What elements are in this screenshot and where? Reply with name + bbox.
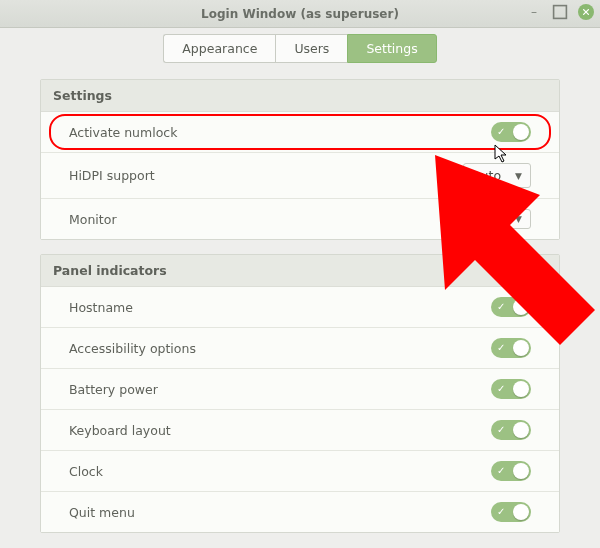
toggle-keyboard[interactable]: ✓	[491, 420, 531, 440]
row-label: Hostname	[69, 300, 133, 315]
toggle-knob	[513, 340, 529, 356]
toggle-accessibility[interactable]: ✓	[491, 338, 531, 358]
tab-appearance[interactable]: Appearance	[163, 34, 275, 63]
select-value: Auto	[472, 168, 501, 183]
row-battery: Battery power ✓	[41, 369, 559, 410]
check-icon: ✓	[497, 425, 505, 435]
panel-indicators-header: Panel indicators	[41, 255, 559, 287]
toggle-knob	[513, 299, 529, 315]
row-keyboard: Keyboard layout ✓	[41, 410, 559, 451]
row-quit: Quit menu ✓	[41, 492, 559, 532]
check-icon: ✓	[497, 343, 505, 353]
toggle-knob	[513, 422, 529, 438]
toggle-clock[interactable]: ✓	[491, 461, 531, 481]
toggle-knob	[513, 124, 529, 140]
row-label: Activate numlock	[69, 125, 177, 140]
row-accessibility: Accessibility options ✓	[41, 328, 559, 369]
check-icon: ✓	[497, 302, 505, 312]
row-hidpi-support: HiDPI support Auto ▼	[41, 153, 559, 199]
window-title: Login Window (as superuser)	[201, 7, 399, 21]
close-button[interactable]	[578, 4, 594, 20]
window-controls: –	[526, 4, 594, 20]
check-icon: ✓	[497, 507, 505, 517]
select-monitor[interactable]: ▼	[491, 209, 531, 229]
check-icon: ✓	[497, 466, 505, 476]
row-label: Monitor	[69, 212, 117, 227]
tab-settings[interactable]: Settings	[347, 34, 436, 63]
panel-settings-header: Settings	[41, 80, 559, 112]
maximize-button[interactable]	[552, 4, 568, 20]
row-label: Clock	[69, 464, 103, 479]
chevron-down-icon: ▼	[515, 171, 522, 181]
row-clock: Clock ✓	[41, 451, 559, 492]
panel-indicators: Panel indicators Hostname ✓ Accessibilit…	[40, 254, 560, 533]
minimize-button[interactable]: –	[526, 4, 542, 20]
check-icon: ✓	[497, 384, 505, 394]
row-label: Battery power	[69, 382, 158, 397]
panel-settings: Settings Activate numlock ✓ HiDPI suppor…	[40, 79, 560, 240]
row-label: Keyboard layout	[69, 423, 171, 438]
row-activate-numlock: Activate numlock ✓	[41, 112, 559, 153]
toggle-knob	[513, 381, 529, 397]
select-hidpi[interactable]: Auto ▼	[463, 163, 531, 188]
toggle-battery[interactable]: ✓	[491, 379, 531, 399]
tab-users[interactable]: Users	[275, 34, 347, 63]
toggle-quit[interactable]: ✓	[491, 502, 531, 522]
chevron-down-icon: ▼	[515, 214, 522, 224]
row-label: Quit menu	[69, 505, 135, 520]
svg-rect-0	[554, 6, 567, 19]
titlebar: Login Window (as superuser) –	[0, 0, 600, 28]
row-label: Accessibility options	[69, 341, 196, 356]
toggle-activate-numlock[interactable]: ✓	[491, 122, 531, 142]
toggle-hostname[interactable]: ✓	[491, 297, 531, 317]
content-area: Settings Activate numlock ✓ HiDPI suppor…	[0, 63, 600, 533]
row-monitor: Monitor ▼	[41, 199, 559, 239]
toggle-knob	[513, 504, 529, 520]
tab-bar: Appearance Users Settings	[0, 34, 600, 63]
toggle-knob	[513, 463, 529, 479]
row-hostname: Hostname ✓	[41, 287, 559, 328]
check-icon: ✓	[497, 127, 505, 137]
row-label: HiDPI support	[69, 168, 155, 183]
